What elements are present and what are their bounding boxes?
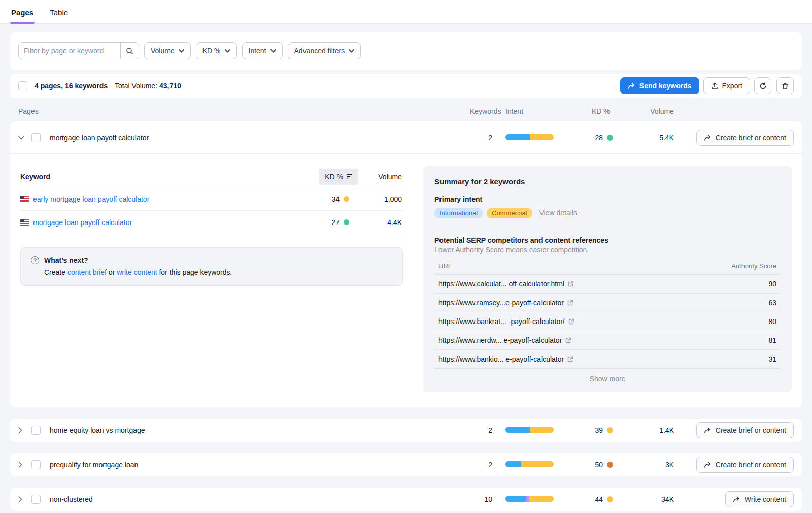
intent-bar [505, 461, 554, 467]
tab-pages[interactable]: Pages [10, 2, 35, 23]
export-icon [711, 82, 718, 90]
header-keywords: Keywords [470, 107, 492, 115]
intent-filter-dropdown[interactable]: Intent [242, 42, 283, 59]
intent-bar [505, 496, 554, 502]
total-volume-label: Total Volume: [115, 82, 157, 90]
write-content-link[interactable]: write content [117, 268, 157, 276]
competitor-row: https://www.bankio... e‑payoff‑calculato… [434, 349, 781, 368]
external-link-icon[interactable] [567, 356, 573, 362]
send-arrow-icon [704, 427, 712, 434]
content-brief-link[interactable]: content brief [67, 268, 107, 276]
send-arrow-icon [733, 496, 740, 503]
show-more-link[interactable]: Show more [590, 375, 626, 383]
kd-filter-label: KD % [202, 47, 221, 55]
page-card-home-equity-loan-vs-mortgage: home equity loan vs mortgage 2 39 1.4K C… [10, 419, 802, 442]
header-pages: Pages [18, 107, 470, 115]
kd-dot [607, 462, 613, 468]
summary-title: Summary for 2 keywords [434, 177, 781, 186]
competitor-url: https://www.nerdw... e‑payoff‑calculator [438, 336, 562, 344]
keyword-row: early mortgage loan payoff calculator 34… [20, 187, 403, 211]
kd-dot [607, 135, 613, 141]
page-card-prequalify-for-mortgage-loan: prequalify for mortgage loan 2 50 3K Cre… [10, 453, 802, 476]
kd-filter-dropdown[interactable]: KD % [196, 42, 237, 59]
competitor-url: https://www.ramsey...e‑payoff‑calculator [438, 299, 564, 307]
advanced-filters-label: Advanced filters [294, 47, 345, 55]
url-column-header: URL [438, 262, 452, 270]
page-name: mortgage loan payoff calculator [47, 134, 470, 142]
keyword-link[interactable]: mortgage loan payoff calculator [33, 218, 132, 227]
select-all-checkbox[interactable] [18, 81, 27, 90]
divider [434, 228, 781, 228]
send-arrow-icon [704, 134, 712, 141]
search-input[interactable] [19, 43, 120, 59]
create-brief-button[interactable]: Create brief or content [696, 130, 794, 146]
primary-intent-label: Primary intent [434, 195, 781, 203]
keyword-column-header: Keyword [20, 173, 308, 181]
top-tab-bar: Pages Table [0, 0, 812, 24]
row-checkbox[interactable] [31, 133, 41, 142]
external-link-icon[interactable] [565, 337, 571, 343]
whats-next-text: Create content brief or write content fo… [31, 268, 392, 276]
export-button[interactable]: Export [703, 77, 750, 94]
volume-value: 4.4K [358, 218, 403, 227]
keywords-count: 2 [470, 426, 492, 434]
page-card-mortgage-loan-payoff-calculator: mortgage loan payoff calculator 2 28 5.4… [10, 121, 802, 407]
chevron-down-icon[interactable] [18, 136, 31, 140]
volume-filter-dropdown[interactable]: Volume [144, 42, 191, 59]
write-content-label: Write content [745, 495, 786, 503]
serp-competitors-table: URL Authority Score https://www.calculat… [434, 262, 781, 384]
chevron-down-icon [270, 49, 276, 53]
row-checkbox[interactable] [31, 495, 41, 504]
filter-bar: Volume KD % Intent Advanced filters [10, 32, 802, 70]
external-link-icon[interactable] [567, 300, 573, 306]
serp-competitors-subtitle: Lower Authority Score means easier compe… [434, 246, 781, 254]
intent-badge-informational: Informational [434, 208, 483, 218]
create-brief-button[interactable]: Create brief or content [696, 457, 794, 473]
external-link-icon[interactable] [568, 318, 574, 325]
page-name: non-clustered [47, 495, 470, 503]
advanced-filters-dropdown[interactable]: Advanced filters [288, 42, 361, 59]
create-brief-button[interactable]: Create brief or content [696, 422, 794, 438]
row-checkbox[interactable] [31, 426, 41, 435]
keyword-link[interactable]: early mortgage loan payoff calculator [33, 195, 149, 203]
tab-table[interactable]: Table [49, 2, 69, 23]
chevron-down-icon [179, 49, 184, 53]
competitor-row: https://www.calculat... off‑calculator.h… [434, 274, 781, 293]
authority-score: 63 [768, 299, 776, 307]
refresh-button[interactable] [754, 77, 771, 94]
keyword-row: mortgage loan payoff calculator 27 4.4K [20, 211, 403, 234]
chevron-right-icon[interactable] [18, 462, 31, 468]
chevron-right-icon[interactable] [18, 427, 31, 433]
authority-score-column-header: Authority Score [731, 262, 776, 270]
send-keywords-button[interactable]: Send keywords [620, 77, 699, 94]
chevron-right-icon[interactable] [18, 496, 31, 502]
competitor-row: https://www.bankrat... ‑payoff‑calculato… [434, 312, 781, 331]
authority-score: 90 [768, 280, 776, 288]
create-brief-label: Create brief or content [716, 134, 786, 142]
whats-next-prefix: Create [44, 268, 67, 276]
whats-next-box: ? What’s next? Create content brief or w… [20, 247, 403, 286]
row-checkbox[interactable] [31, 460, 41, 469]
trash-icon [782, 82, 789, 90]
kd-value: 27 [331, 218, 340, 227]
competitor-row: https://www.ramsey...e‑payoff‑calculator… [434, 293, 781, 312]
intent-filter-label: Intent [249, 47, 266, 55]
search-button[interactable] [120, 43, 139, 59]
header-kd: KD % [579, 107, 631, 115]
volume-value: 1.4K [631, 426, 674, 434]
us-flag-icon [20, 219, 29, 226]
view-details-link[interactable]: View details [539, 209, 577, 217]
kd-sort-header[interactable]: KD % [319, 169, 358, 185]
chevron-down-icon [349, 49, 354, 53]
page-card-non-clustered: non-clustered 10 44 34K Write content [10, 488, 802, 511]
total-volume-value: 43,710 [159, 82, 181, 90]
header-intent: Intent [492, 107, 579, 115]
kd-sort-label: KD % [325, 173, 343, 181]
expanded-cluster-detail: Keyword KD % Volume early mortgage loan … [10, 154, 802, 407]
delete-button[interactable] [776, 77, 794, 94]
write-content-button[interactable]: Write content [725, 491, 794, 507]
whats-next-suffix: for this page keywords. [157, 268, 232, 276]
kd-value: 34 [331, 195, 340, 203]
header-volume: Volume [631, 107, 674, 115]
external-link-icon[interactable] [568, 281, 574, 287]
